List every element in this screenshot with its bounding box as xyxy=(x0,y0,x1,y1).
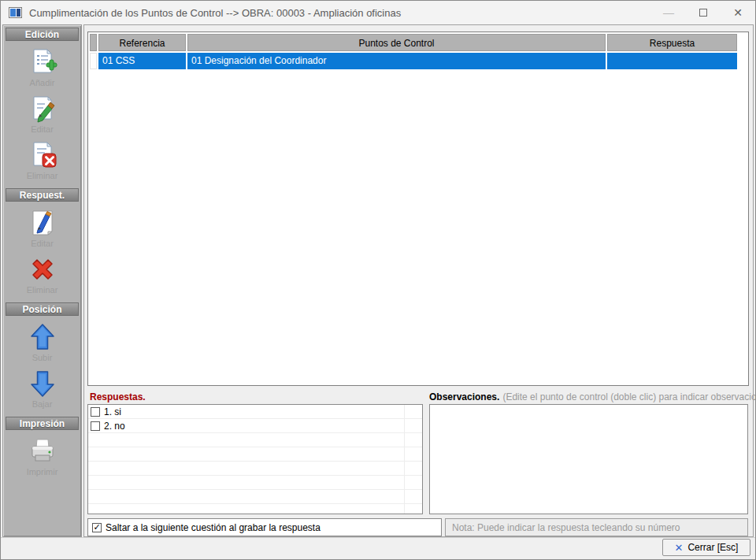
observaciones-label: Observaciones. xyxy=(429,391,499,402)
section-header-posicion: Posición xyxy=(6,302,79,316)
empty-list-row xyxy=(88,433,422,447)
edit-response-icon xyxy=(28,208,57,238)
section-header-respuesta: Respuest. xyxy=(6,188,79,202)
arrow-up-icon xyxy=(28,322,57,352)
respuesta-option[interactable]: 1. si xyxy=(88,405,422,419)
note-text: Nota: Puede indicar la respuesta teclean… xyxy=(452,522,680,533)
close-button[interactable]: ✕ Cerrar [Esc] xyxy=(662,539,750,556)
respuesta-option-label: 1. si xyxy=(104,406,121,417)
respuestas-listbox[interactable]: 1. si 2. no xyxy=(87,404,423,514)
sidebar-button-editar-respuesta[interactable]: Editar xyxy=(3,208,81,248)
minimize-button[interactable]: — xyxy=(651,1,686,24)
empty-list-row xyxy=(88,504,422,514)
sidebar-button-anadir[interactable]: Añadir xyxy=(3,47,81,87)
observaciones-textarea[interactable] xyxy=(429,404,748,514)
window-controls: — ✕ xyxy=(651,1,755,24)
row-selector-header xyxy=(90,34,97,51)
window-title: Cumplimentación de los Puntos de Control… xyxy=(29,7,401,19)
skip-question-checkbox[interactable] xyxy=(92,523,102,532)
close-window-button[interactable]: ✕ xyxy=(721,1,755,24)
sidebar-button-label: Eliminar xyxy=(27,285,58,295)
app-icon xyxy=(9,7,22,18)
delete-response-icon xyxy=(28,254,57,284)
blue-x-icon: ✕ xyxy=(675,543,684,553)
dialog-window: Cumplimentación de los Puntos de Control… xyxy=(0,0,756,560)
printer-icon xyxy=(28,436,57,466)
maximize-button[interactable] xyxy=(686,1,721,24)
sidebar-button-label: Editar xyxy=(31,239,54,248)
column-header-respuesta[interactable]: Respuesta xyxy=(607,34,737,51)
empty-list-row xyxy=(88,447,422,462)
close-button-label: Cerrar [Esc] xyxy=(687,542,738,553)
table-header-row: Referencia Puntos de Control Respuesta xyxy=(90,34,747,51)
sidebar-button-label: Editar xyxy=(31,124,54,134)
main-panel: Referencia Puntos de Control Respuesta 0… xyxy=(83,24,754,537)
sidebar-button-subir[interactable]: Subir xyxy=(3,322,81,362)
add-document-icon xyxy=(28,47,57,77)
section-header-edicion: Edición xyxy=(6,28,79,41)
table-row-selected[interactable]: 01 CSS 01 Designación del Coordinador xyxy=(90,53,747,69)
row-selector-cell[interactable] xyxy=(90,53,97,69)
sidebar-button-label: Bajar xyxy=(32,399,53,409)
sidebar-button-eliminar-respuesta[interactable]: Eliminar xyxy=(3,254,81,295)
skip-question-panel: Saltar a la siguiente cuestión al grabar… xyxy=(87,518,442,536)
sidebar-button-imprimir[interactable]: Imprimir xyxy=(3,436,81,477)
sidebar-button-editar-punto[interactable]: Editar xyxy=(3,94,81,134)
sidebar-button-label: Añadir xyxy=(30,78,55,87)
skip-question-label: Saltar a la siguiente cuestión al grabar… xyxy=(106,522,321,533)
empty-list-row xyxy=(88,490,422,504)
section-header-impresion: Impresión xyxy=(6,417,79,430)
edit-document-icon xyxy=(28,94,57,124)
delete-document-icon xyxy=(28,140,57,170)
respuestas-label: Respuestas. xyxy=(90,391,146,402)
control-points-table[interactable]: Referencia Puntos de Control Respuesta 0… xyxy=(87,32,749,386)
sidebar-button-label: Eliminar xyxy=(27,171,58,180)
respuesta-checkbox[interactable] xyxy=(91,407,100,417)
observaciones-label-row: Observaciones.(Edite el punto de control… xyxy=(429,391,756,402)
respuesta-checkbox[interactable] xyxy=(91,421,100,431)
bottom-bar: ✕ Cerrar [Esc] xyxy=(1,537,755,559)
sidebar-button-eliminar-punto[interactable]: Eliminar xyxy=(3,140,81,180)
arrow-down-icon xyxy=(28,369,57,399)
cell-punto-control[interactable]: 01 Designación del Coordinador xyxy=(187,53,606,69)
sidebar-button-label: Imprimir xyxy=(27,467,58,477)
empty-list-row xyxy=(88,476,422,490)
respuesta-option-label: 2. no xyxy=(104,421,125,432)
sidebar-toolbar: Edición Añadir xyxy=(2,24,82,537)
empty-list-row xyxy=(88,462,422,476)
column-header-referencia[interactable]: Referencia xyxy=(98,34,186,51)
cell-referencia[interactable]: 01 CSS xyxy=(98,53,186,69)
note-panel: Nota: Puede indicar la respuesta teclean… xyxy=(445,518,748,536)
respuesta-option[interactable]: 2. no xyxy=(88,419,422,433)
sidebar-button-bajar[interactable]: Bajar xyxy=(3,369,81,409)
title-bar: Cumplimentación de los Puntos de Control… xyxy=(1,1,755,24)
cell-respuesta[interactable] xyxy=(607,53,737,69)
observaciones-hint: (Edite el punto de control (doble clic) … xyxy=(502,391,756,402)
column-header-puntos[interactable]: Puntos de Control xyxy=(187,34,606,51)
sidebar-button-label: Subir xyxy=(32,353,53,362)
